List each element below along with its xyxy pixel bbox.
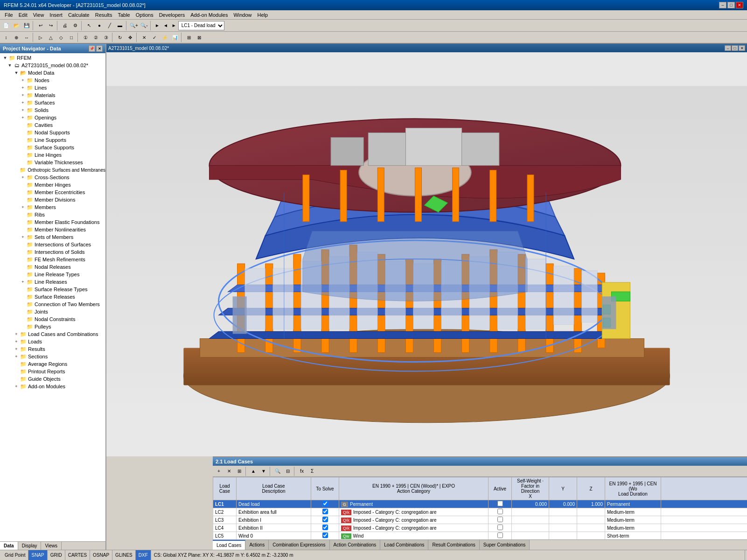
tb2-2[interactable]: ⊕ xyxy=(11,32,21,42)
tree-item-cavities[interactable]: + 📁 Cavities xyxy=(0,121,105,129)
tb-select[interactable]: ↖ xyxy=(84,21,94,31)
close-button[interactable]: ✕ xyxy=(736,2,743,8)
toggle-load-cases[interactable]: + xyxy=(13,331,20,337)
tb-zoom-out[interactable]: 🔍- xyxy=(139,21,149,31)
tab-load-combinations[interactable]: Load Combinations xyxy=(380,540,428,550)
tab-super-combinations[interactable]: Super Combinations xyxy=(480,540,530,550)
toggle-lines[interactable]: + xyxy=(20,84,26,91)
lc-solve-check[interactable] xyxy=(322,517,328,522)
menu-edit[interactable]: Edit xyxy=(16,11,30,19)
status-cartes[interactable]: CARTES xyxy=(65,550,90,560)
tree-item-nodes[interactable]: + 📁 Nodes xyxy=(0,77,105,84)
lc-sigma[interactable]: Σ xyxy=(307,466,317,476)
menu-file[interactable]: File xyxy=(2,11,16,19)
tree-item-model[interactable]: ▼ 🗂 A2T231015_model 00.08.02* xyxy=(0,62,105,69)
menu-calculate[interactable]: Calculate xyxy=(65,11,92,19)
toggle-line-releases[interactable]: + xyxy=(20,279,26,285)
toggle-members[interactable]: + xyxy=(20,204,26,210)
tree-item-orthotropic[interactable]: + 📁 Orthotropic Surfaces and Membranes xyxy=(0,166,105,174)
tb2-x[interactable]: ✕ xyxy=(139,32,149,42)
lc-to-solve[interactable] xyxy=(311,500,339,508)
menu-insert[interactable]: Insert xyxy=(47,11,65,19)
tree-item-nodal-releases[interactable]: + 📁 Nodal Releases xyxy=(0,263,105,271)
menu-addon[interactable]: Add-on Modules xyxy=(188,11,230,19)
lc-active[interactable] xyxy=(489,508,512,516)
menu-view[interactable]: View xyxy=(30,11,47,19)
tree-item-variable-thicknesses[interactable]: + 📁 Variable Thicknesses xyxy=(0,159,105,166)
lc-delete[interactable]: ✕ xyxy=(224,466,234,476)
tb-surface[interactable]: ▬ xyxy=(115,21,125,31)
tree-item-rfem[interactable]: ▼ 📁 RFEM xyxy=(0,54,105,62)
tb-zoom-in[interactable]: 🔍+ xyxy=(129,21,139,31)
tree-item-openings[interactable]: + 📁 Openings xyxy=(0,114,105,121)
tree-item-nodal-constraints[interactable]: + 📁 Nodal Constraints xyxy=(0,315,105,323)
toggle-sets[interactable]: + xyxy=(20,234,26,240)
lc-to-solve[interactable] xyxy=(311,532,339,540)
toggle-results[interactable]: + xyxy=(13,346,20,352)
tb2-mirror[interactable]: ⊠ xyxy=(194,32,204,42)
lc-copy[interactable]: ⊞ xyxy=(234,466,244,476)
tree-item-results[interactable]: + 📁 Results xyxy=(0,345,105,353)
tree-item-average-regions[interactable]: + 📁 Average Regions xyxy=(0,360,105,368)
nav-pin-button[interactable]: 📌 xyxy=(89,45,95,52)
toggle-sections[interactable]: + xyxy=(13,353,20,360)
menu-table[interactable]: Table xyxy=(115,11,133,19)
tree-item-line-supports[interactable]: + 📁 Line Supports xyxy=(0,136,105,144)
lc-active-check[interactable] xyxy=(497,532,503,538)
load-case-forward[interactable]: ► xyxy=(170,23,178,28)
menu-developers[interactable]: Developers xyxy=(156,11,188,19)
toggle-model[interactable]: ▼ xyxy=(7,62,13,69)
tree-item-guide-objects[interactable]: + 📁 Guide Objects xyxy=(0,375,105,383)
toggle-addon[interactable]: + xyxy=(13,383,20,390)
toggle-surfaces[interactable]: + xyxy=(20,99,26,106)
tb2-4[interactable]: ▷ xyxy=(35,32,46,42)
tb-redo[interactable]: ↪ xyxy=(46,21,56,31)
lc-down[interactable]: ▼ xyxy=(258,466,269,476)
tab-load-cases[interactable]: Load Cases xyxy=(213,540,245,550)
tree-item-surfaces[interactable]: + 📁 Surfaces xyxy=(0,99,105,106)
tb-undo[interactable]: ↩ xyxy=(35,21,46,31)
tree-item-surface-supports[interactable]: + 📁 Surface Supports xyxy=(0,144,105,151)
tree-item-nodal-supports[interactable]: + 📁 Nodal Supports xyxy=(0,129,105,136)
tb2-pan[interactable]: ✥ xyxy=(125,32,135,42)
tree-item-lines[interactable]: + 📁 Lines xyxy=(0,84,105,91)
nav-tab-views[interactable]: Views xyxy=(41,542,62,550)
maximize-button[interactable]: □ xyxy=(727,2,735,8)
tree-item-member-nonlinear[interactable]: + 📁 Member Nonlinearities xyxy=(0,226,105,233)
lc-active-check[interactable] xyxy=(497,517,503,522)
tab-combination-expr[interactable]: Combination Expressions xyxy=(269,540,329,550)
tree-item-fe-mesh[interactable]: + 📁 FE Mesh Refinements xyxy=(0,256,105,263)
tree-item-line-hinges[interactable]: + 📁 Line Hinges xyxy=(0,151,105,159)
tree-item-model-data[interactable]: ▼ 📂 Model Data xyxy=(0,69,105,77)
view-area[interactable]: A2T231015_model 00.08.02* – □ ✕ xyxy=(106,44,747,456)
tb-print[interactable]: 🖨 xyxy=(60,21,70,31)
tb2-5[interactable]: △ xyxy=(46,32,56,42)
tb2-copy[interactable]: ⊞ xyxy=(184,32,194,42)
tree-item-pulleys[interactable]: + 📁 Pulleys xyxy=(0,323,105,330)
tb2-view1[interactable]: ① xyxy=(80,32,91,42)
tb2-7[interactable]: □ xyxy=(66,32,77,42)
lc-filter[interactable]: 🔍 xyxy=(272,466,283,476)
lc-solve-check[interactable] xyxy=(322,509,328,514)
inner-minimize[interactable]: – xyxy=(725,45,731,51)
lc-up[interactable]: ▲ xyxy=(248,466,258,476)
lc-active[interactable] xyxy=(489,516,512,524)
tb2-6[interactable]: ◇ xyxy=(56,32,66,42)
lc-solve-check[interactable] xyxy=(322,501,328,506)
tree-item-load-cases[interactable]: + 📁 Load Cases and Combinations xyxy=(0,330,105,338)
lc-active-check[interactable] xyxy=(497,509,503,514)
lc-solve-check[interactable] xyxy=(322,525,328,530)
tb-open[interactable]: 📂 xyxy=(11,21,21,31)
tree-item-intersections-surfaces[interactable]: + 📁 Intersections of Surfaces xyxy=(0,241,105,248)
table-row[interactable]: LC5 Wind 0 QwWind Short-term xyxy=(213,532,747,540)
nav-tab-data[interactable]: Data xyxy=(0,542,18,550)
tree-item-connection-two[interactable]: + 📁 Connection of Two Members xyxy=(0,301,105,308)
toggle-rfem[interactable]: ▼ xyxy=(2,55,8,61)
tb2-view3[interactable]: ③ xyxy=(101,32,111,42)
lc-sort[interactable]: ⊟ xyxy=(283,466,293,476)
status-grid[interactable]: GRID xyxy=(48,550,65,560)
tree-item-printout-reports[interactable]: + 📁 Printout Reports xyxy=(0,368,105,375)
tb-settings[interactable]: ⚙ xyxy=(70,21,80,31)
toggle-loads[interactable]: + xyxy=(13,338,20,345)
tb-node[interactable]: ● xyxy=(94,21,105,31)
